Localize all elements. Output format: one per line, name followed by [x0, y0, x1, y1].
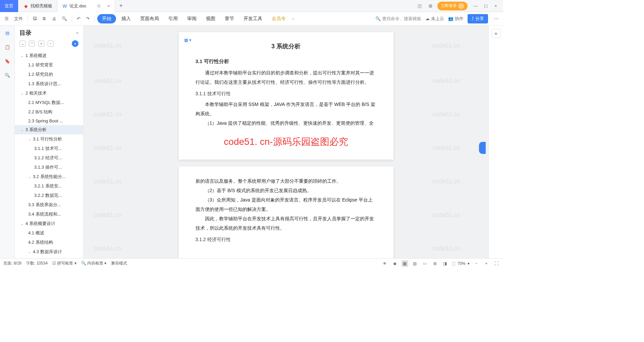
preview-icon[interactable]: 🔍 — [60, 15, 69, 22]
left-iconbar: ▤ 📋 🔖 🔍 — [0, 25, 15, 258]
menu-review[interactable]: 审阅 — [183, 14, 201, 24]
zoom-out-icon[interactable]: − — [473, 260, 480, 267]
collapse-all-icon[interactable]: ⌄ — [19, 41, 25, 47]
toc-item[interactable]: 3.1.1 技术可... — [15, 144, 83, 153]
fullscreen-icon[interactable]: ⛶ — [493, 260, 500, 267]
search-input[interactable]: 🔍查找命令、搜索模板 — [375, 16, 421, 22]
remove-icon[interactable]: − — [48, 41, 54, 47]
page-indicator[interactable]: 页面: 8/28 — [3, 261, 21, 266]
save-as-icon[interactable]: 🗎 — [40, 15, 49, 22]
watermark-gray: code51.cn — [432, 111, 460, 118]
more-icon[interactable]: ⋯ — [492, 15, 500, 22]
watermark-gray: code51.cn — [432, 145, 460, 152]
toc-title: 目录 — [19, 29, 32, 37]
share-button[interactable]: ⤴分享 — [468, 14, 488, 23]
toc-item[interactable]: ⌄2 相关技术 — [15, 89, 83, 98]
web-view-icon[interactable]: ▭ — [422, 260, 428, 267]
toc-item[interactable]: 3.2.2 数据完... — [15, 191, 83, 200]
toc-item[interactable]: ⌄1 系统概述 — [15, 51, 83, 60]
find-icon[interactable]: 🔍 — [3, 71, 11, 79]
watermark-gray: code51.cn — [94, 77, 121, 84]
read-mode-icon[interactable]: 👁 — [381, 260, 388, 267]
menu-more-icon[interactable]: › — [291, 16, 295, 21]
tab-template[interactable]: ◆找稻壳模板 — [18, 0, 57, 12]
spell-check[interactable]: ☑ 拼写检查 ▾ — [52, 261, 76, 266]
page-view-icon[interactable]: ▦ — [401, 260, 408, 267]
grid-icon[interactable]: ⊞ — [432, 260, 438, 267]
menu-icon[interactable]: ☰ — [3, 15, 11, 22]
page-marker-icon[interactable]: ▦ ▾ — [184, 38, 192, 43]
file-menu[interactable]: 文件 — [12, 14, 25, 23]
minimize-button[interactable]: — — [471, 2, 480, 10]
avatar-icon — [458, 3, 464, 9]
side-handle[interactable] — [479, 142, 486, 154]
share-icon: ⤴ — [472, 16, 474, 21]
word-count[interactable]: 字数: 10534 — [26, 261, 48, 266]
outline-icon[interactable]: ▤ — [3, 29, 11, 37]
paragraph: （2）基于 B/S 模式的系统的开发已发展日趋成熟。 — [196, 186, 377, 195]
toc-item[interactable]: ⌄3.1 可行性分析 — [15, 134, 83, 144]
compat-mode[interactable]: 兼容模式 — [111, 261, 127, 266]
toc-item[interactable]: ⌄4 系统概要设计 — [15, 219, 83, 228]
print-icon[interactable]: 🖨 — [50, 15, 58, 22]
toc-item[interactable]: 3.3 系统界面分... — [15, 200, 83, 210]
menu-view[interactable]: 视图 — [202, 14, 219, 24]
login-button[interactable]: 立即登录 — [437, 2, 468, 10]
tab-close-icon[interactable]: × — [107, 3, 110, 9]
expand-all-icon[interactable]: ⌃ — [29, 41, 35, 47]
menu-devtools[interactable]: 开发工具 — [239, 14, 266, 24]
menu-start[interactable]: 开始 — [97, 14, 116, 23]
zoom-in-icon[interactable]: + — [483, 260, 490, 267]
close-button[interactable]: × — [491, 2, 500, 10]
toc-item[interactable]: 3.1.3 操作可... — [15, 163, 83, 172]
toc-item[interactable]: ⌄3.2 系统性能分... — [15, 172, 83, 181]
document-viewport[interactable]: code51.cncode51.cncode51.cncode51.cncode… — [84, 25, 488, 258]
toc-item[interactable]: 1.3 系统设计思... — [15, 79, 83, 89]
bookmark-icon[interactable]: 🔖 — [3, 57, 11, 65]
toc-item[interactable]: 2.3 Spring Boot ... — [15, 117, 83, 125]
toc-item[interactable]: 4.2 系统结构 — [15, 238, 83, 247]
add-icon[interactable]: + — [38, 41, 44, 47]
layout-icon[interactable]: ◫ — [416, 2, 423, 10]
content-check[interactable]: 🔍 内容检查 ▾ — [81, 261, 107, 266]
toc-item[interactable]: 3.2.1 系统安... — [15, 181, 83, 191]
undo-icon[interactable]: ↶ — [75, 15, 83, 22]
menu-page-layout[interactable]: 页面布局 — [136, 14, 163, 24]
toc-item[interactable]: 1.2 研究目的 — [15, 70, 83, 79]
toc-item[interactable]: 3.1.2 经济可... — [15, 153, 83, 163]
tab-window-icon[interactable]: ⧉ — [95, 2, 103, 10]
toc-item[interactable]: 2.2 B/S 结构 — [15, 107, 83, 117]
toc-item[interactable]: 2.1 MYSQL 数据... — [15, 98, 83, 107]
toc-item[interactable]: 1.1 研究背景 — [15, 60, 83, 70]
tab-document[interactable]: W 论文.doc ⧉ × — [57, 0, 115, 12]
tab-add-button[interactable]: + — [115, 2, 127, 9]
toc-item[interactable]: 3.4 系统流程和... — [15, 210, 83, 219]
toc-close-icon[interactable]: × — [76, 31, 78, 36]
toc-list: ⌄1 系统概述1.1 研究背景1.2 研究目的1.3 系统设计思...⌄2 相关… — [15, 50, 83, 258]
menu-chapter[interactable]: 章节 — [221, 14, 238, 24]
outline-view-icon[interactable]: ▤ — [412, 260, 418, 267]
tab-home[interactable]: 首页 — [0, 0, 18, 12]
toc-item[interactable]: ⌄4.3 数据库设计 — [15, 247, 83, 256]
menu-insert[interactable]: 插入 — [117, 14, 135, 24]
maximize-button[interactable]: ◻ — [481, 2, 490, 10]
apps-icon[interactable]: ⊞ — [427, 2, 434, 10]
watermark-gray: code51.cn — [432, 212, 460, 219]
save-icon[interactable]: 🖫 — [31, 15, 39, 22]
nav-icon[interactable]: ◉ — [391, 260, 398, 267]
redo-icon[interactable]: ↷ — [84, 15, 92, 22]
toc-item[interactable]: 4.1 概述 — [15, 228, 83, 238]
panel-toggle-icon[interactable]: ≡ — [491, 29, 501, 38]
zoom-fit-icon[interactable]: ⬚ — [452, 261, 455, 266]
cloud-status[interactable]: ☁未上云 — [425, 16, 444, 22]
clipboard-icon[interactable]: 📋 — [3, 43, 11, 51]
toc-item[interactable]: ⌄3 系统分析 — [15, 125, 83, 134]
ai-icon[interactable]: ✦ — [72, 40, 78, 47]
zoom-control[interactable]: ⬚ 70% ▾ — [452, 261, 470, 266]
collab-button[interactable]: 👥协作 — [448, 16, 464, 22]
menu-reference[interactable]: 引用 — [164, 14, 182, 24]
menu-vip[interactable]: 会员专 — [268, 14, 290, 24]
watermark-gray: code51.cn — [432, 178, 460, 185]
toc-item[interactable]: 4.3.1 数据库... — [15, 256, 83, 258]
ruler-icon[interactable]: ◨ — [442, 260, 448, 267]
